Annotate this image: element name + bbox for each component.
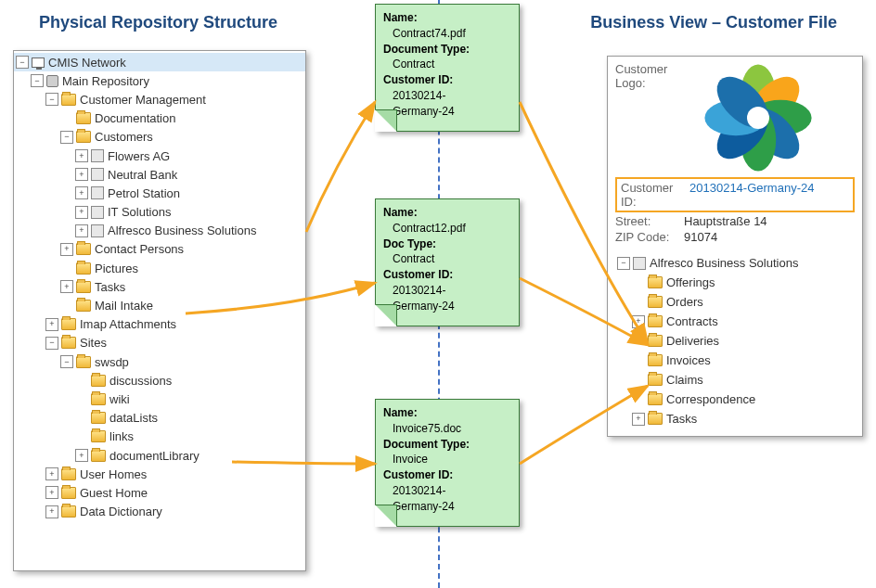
expand-icon[interactable]: + xyxy=(632,315,645,328)
biz-tree-contracts[interactable]: +Contracts xyxy=(615,312,855,331)
biz-tree-correspondence[interactable]: Correspondence xyxy=(615,390,855,409)
file-icon xyxy=(91,149,104,162)
expand-icon[interactable]: + xyxy=(75,224,88,237)
business-view-panel: Customer Logo: Customer ID: 20130214-Ger… xyxy=(607,56,863,437)
folder-icon xyxy=(61,487,76,499)
tree-label: Neutral Bank xyxy=(108,168,177,182)
expand-icon[interactable]: + xyxy=(60,280,73,293)
doc-type-label: Document Type: xyxy=(383,438,470,451)
biz-tree-claims[interactable]: Claims xyxy=(615,370,855,390)
biz-tree-invoices[interactable]: Invoices xyxy=(615,351,855,370)
tree-sites[interactable]: −Sites xyxy=(14,334,305,352)
tree-documentation[interactable]: Documentation xyxy=(14,109,305,128)
biz-tree-tasks[interactable]: +Tasks xyxy=(615,409,855,428)
doc-type: Contract xyxy=(383,57,511,72)
biz-tree-orders[interactable]: Orders xyxy=(615,292,855,312)
expand-icon[interactable]: + xyxy=(75,186,88,199)
folder-icon xyxy=(61,505,76,518)
tree-flowers-ag[interactable]: +Flowers AG xyxy=(14,147,305,165)
tree-main-repo[interactable]: −Main Repository xyxy=(14,71,305,90)
doc-custid: Germany-24 xyxy=(383,299,511,314)
expand-icon[interactable]: + xyxy=(75,168,88,181)
expand-icon[interactable]: + xyxy=(45,486,58,499)
collapse-icon[interactable]: − xyxy=(60,355,73,368)
tree-label: wiki xyxy=(110,392,130,406)
biz-tree-deliveries[interactable]: Deliveries xyxy=(615,331,855,351)
tree-guest-home[interactable]: +Guest Home xyxy=(14,483,305,502)
tree-wiki[interactable]: wiki xyxy=(14,390,305,408)
zip-value: 91074 xyxy=(684,230,717,244)
expand-icon[interactable]: + xyxy=(632,413,645,426)
tree-customer-mgmt[interactable]: −Customer Management xyxy=(14,90,305,109)
tree-customers[interactable]: −Customers xyxy=(14,128,305,147)
doc-type-label: Document Type: xyxy=(383,43,470,56)
expand-icon[interactable]: + xyxy=(45,318,58,331)
tree-swsdp[interactable]: −swsdp xyxy=(14,352,305,371)
folder-icon xyxy=(76,112,91,124)
expand-icon[interactable]: + xyxy=(75,149,88,162)
tree-neutral-bank[interactable]: +Neutral Bank xyxy=(14,165,305,184)
tree-label: Mail Intake xyxy=(95,299,153,313)
tree-label: Orders xyxy=(666,295,703,309)
tree-label: Pictures xyxy=(95,262,138,275)
collapse-icon[interactable]: − xyxy=(45,93,58,106)
tree-label: Contact Persons xyxy=(95,242,184,256)
tree-label: Main Repository xyxy=(62,74,149,88)
doc-name-label: Name: xyxy=(383,406,418,419)
folder-icon xyxy=(61,318,76,330)
folder-icon xyxy=(76,131,91,143)
customer-id-label: Customer ID: xyxy=(621,181,689,209)
customer-id-highlight: Customer ID: 20130214-Germany-24 xyxy=(615,177,855,212)
collapse-icon[interactable]: − xyxy=(60,131,73,144)
tree-petrol-station[interactable]: +Petrol Station xyxy=(14,184,305,202)
doc-type: Invoice xyxy=(383,452,511,467)
biz-tree-root[interactable]: −Alfresco Business Solutions xyxy=(615,253,855,273)
doc-custid-label: Customer ID: xyxy=(383,268,453,281)
collapse-icon[interactable]: − xyxy=(16,56,29,69)
alfresco-logo-icon xyxy=(702,62,814,173)
folder-icon xyxy=(61,468,76,480)
folder-icon xyxy=(76,262,91,275)
collapse-icon[interactable]: − xyxy=(617,257,630,270)
street-field: Street: Hauptstraße 14 xyxy=(615,214,855,228)
folder-icon xyxy=(648,296,663,308)
collapse-icon[interactable]: − xyxy=(45,337,58,350)
tree-label: Customer Management xyxy=(80,93,206,107)
doc-name-label: Name: xyxy=(383,206,418,219)
tree-mail-intake[interactable]: Mail Intake xyxy=(14,296,305,314)
folder-icon xyxy=(76,300,91,312)
expand-icon[interactable]: + xyxy=(45,505,58,518)
tree-user-homes[interactable]: +User Homes xyxy=(14,465,305,483)
tree-contact-persons[interactable]: +Contact Persons xyxy=(14,240,305,259)
doc-name: Invoice75.doc xyxy=(383,421,511,437)
doc-custid-label: Customer ID: xyxy=(383,73,453,86)
tree-links[interactable]: links xyxy=(14,428,305,446)
tree-label: Sites xyxy=(80,336,107,350)
tree-tasks[interactable]: +Tasks xyxy=(14,277,305,296)
title-left: Physical Repository Structure xyxy=(39,13,277,32)
expand-icon[interactable]: + xyxy=(75,449,88,462)
tree-data-dictionary[interactable]: +Data Dictionary xyxy=(14,503,305,521)
expand-icon[interactable]: + xyxy=(75,206,88,219)
tree-documentlibrary[interactable]: +documentLibrary xyxy=(14,446,305,465)
network-icon xyxy=(32,58,45,68)
folder-icon xyxy=(648,374,663,386)
tree-pictures[interactable]: Pictures xyxy=(14,259,305,277)
tree-label: links xyxy=(110,429,134,443)
tree-it-solutions[interactable]: +IT Solutions xyxy=(14,203,305,222)
biz-tree-offerings[interactable]: Offerings xyxy=(615,273,855,292)
collapse-icon[interactable]: − xyxy=(31,74,44,87)
street-value: Hauptstraße 14 xyxy=(684,214,767,228)
tree-root-cmis[interactable]: −CMIS Network xyxy=(14,53,305,71)
doc-custid: 20130214- xyxy=(383,483,511,499)
tree-imap[interactable]: +Imap Attachments xyxy=(14,315,305,334)
doc-type: Contract xyxy=(383,251,511,267)
expand-icon[interactable]: + xyxy=(60,243,73,256)
tree-discussions[interactable]: discussions xyxy=(14,371,305,390)
expand-icon[interactable]: + xyxy=(45,467,58,480)
folder-icon xyxy=(91,450,106,462)
customer-logo-label: Customer Logo: xyxy=(615,62,684,173)
tree-alfresco-biz-solutions[interactable]: +Alfresco Business Solutions xyxy=(14,222,305,240)
tree-datalists[interactable]: dataLists xyxy=(14,409,305,428)
doc-custid: Germany-24 xyxy=(383,104,511,120)
